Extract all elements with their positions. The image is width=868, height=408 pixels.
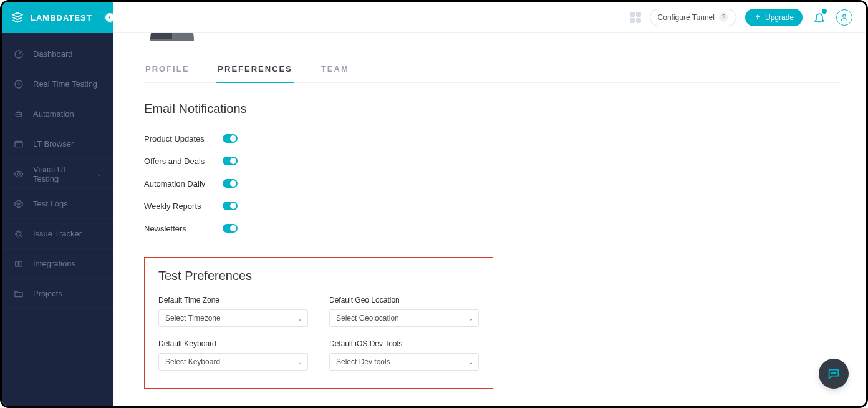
svg-point-6 <box>17 173 20 175</box>
email-notifications-title: Email Notifications <box>144 102 839 116</box>
sidebar-item-label: Projects <box>33 289 62 298</box>
sidebar-item-label: LT Browser <box>33 139 74 148</box>
notif-row-product-updates: Product Updates <box>144 127 839 150</box>
brand-name: LAMBDATEST <box>31 13 92 22</box>
sidebar-item-realtime[interactable]: Real Time Testing <box>2 69 113 99</box>
main-content: PROFILE PREFERENCES TEAM Email Notificat… <box>113 33 866 406</box>
svg-point-10 <box>843 14 846 17</box>
notif-label: Product Updates <box>144 134 223 143</box>
toggle-offers-deals[interactable] <box>223 157 238 165</box>
field-keyboard: Default Keyboard Select Keyboard ⌄ <box>158 339 308 371</box>
notif-label: Automation Daily <box>144 179 223 188</box>
chevron-down-icon: ⌄ <box>297 359 302 366</box>
timezone-label: Default Time Zone <box>158 296 308 304</box>
svg-rect-5 <box>15 141 22 147</box>
geo-value: Select Geolocation <box>336 314 399 323</box>
clock-icon <box>13 79 24 90</box>
svg-point-12 <box>833 372 834 374</box>
sidebar-item-projects[interactable]: Projects <box>2 279 113 309</box>
sidebar-item-label: Automation <box>33 109 74 119</box>
keyboard-select[interactable]: Select Keyboard ⌄ <box>158 353 308 371</box>
upgrade-icon <box>754 14 761 21</box>
geolocation-select[interactable]: Select Geolocation ⌄ <box>329 309 479 327</box>
toggle-product-updates[interactable] <box>223 134 238 143</box>
upgrade-button[interactable]: Upgrade <box>745 9 803 26</box>
notif-row-offers: Offers and Deals <box>144 150 839 172</box>
chevron-down-icon: ⌄ <box>297 315 302 322</box>
chat-button[interactable] <box>819 359 849 389</box>
geo-label: Default Geo Location <box>329 296 479 304</box>
dashboard-icon <box>13 49 24 60</box>
notif-row-automation-daily: Automation Daily <box>144 172 839 195</box>
sidebar-nav: Dashboard Real Time Testing Automation L… <box>2 33 113 309</box>
ios-devtools-select[interactable]: Select Dev tools ⌄ <box>329 353 479 371</box>
field-ios-devtools: Default iOS Dev Tools Select Dev tools ⌄ <box>329 339 479 371</box>
tab-team[interactable]: TEAM <box>320 58 350 82</box>
configure-tunnel-button[interactable]: Configure Tunnel ? <box>650 9 736 26</box>
avatar-partial <box>150 33 194 41</box>
tabs: PROFILE PREFERENCES TEAM <box>144 58 839 83</box>
sidebar-item-testlogs[interactable]: Test Logs <box>2 189 113 219</box>
svg-rect-8 <box>16 261 19 266</box>
chevron-down-icon: ⌄ <box>97 170 102 177</box>
box-icon <box>13 198 24 210</box>
robot-icon <box>13 109 24 120</box>
timezone-value: Select Timezone <box>165 314 221 323</box>
sidebar-item-issuetracker[interactable]: Issue Tracker <box>2 219 113 249</box>
help-icon: ? <box>719 12 728 22</box>
toggle-automation-daily[interactable] <box>223 179 238 188</box>
chevron-down-icon: ⌄ <box>468 359 473 366</box>
user-icon <box>840 13 849 22</box>
svg-point-3 <box>17 114 17 115</box>
notification-dot <box>822 9 827 14</box>
notif-row-weekly-reports: Weekly Reports <box>144 195 839 217</box>
app-frame: LAMBDATEST Dashboard Real Time Testing A… <box>0 0 868 408</box>
sidebar-item-label: Dashboard <box>33 49 73 59</box>
eye-icon <box>13 168 24 180</box>
tab-profile[interactable]: PROFILE <box>144 58 190 82</box>
svg-point-13 <box>835 372 836 374</box>
topbar: Configure Tunnel ? Upgrade <box>113 2 866 33</box>
notif-label: Offers and Deals <box>144 157 223 166</box>
ios-label: Default iOS Dev Tools <box>329 339 479 348</box>
sidebar-item-ltbrowser[interactable]: LT Browser <box>2 129 113 159</box>
notifications-button[interactable] <box>811 9 827 26</box>
toggle-weekly-reports[interactable] <box>223 202 238 210</box>
sidebar-item-dashboard[interactable]: Dashboard <box>2 39 113 69</box>
configure-tunnel-label: Configure Tunnel <box>658 13 715 22</box>
notif-row-newsletters: Newsletters <box>144 217 839 240</box>
field-timezone: Default Time Zone Select Timezone ⌄ <box>158 296 308 327</box>
field-geolocation: Default Geo Location Select Geolocation … <box>329 296 479 327</box>
chat-icon <box>827 367 841 381</box>
svg-rect-9 <box>19 261 22 266</box>
sidebar-item-label: Test Logs <box>33 199 68 208</box>
svg-point-4 <box>19 114 20 115</box>
sidebar-item-label: Integrations <box>33 259 75 268</box>
ios-value: Select Dev tools <box>336 357 390 366</box>
sidebar-item-label: Visual UI Testing <box>33 165 88 183</box>
bug-icon <box>13 228 24 240</box>
sidebar-header: LAMBDATEST <box>2 2 113 33</box>
keyboard-label: Default Keyboard <box>158 339 308 348</box>
folder-icon <box>13 288 24 299</box>
tab-preferences[interactable]: PREFERENCES <box>216 58 294 82</box>
logo-icon <box>11 11 24 24</box>
plug-icon <box>13 258 24 270</box>
sidebar: LAMBDATEST Dashboard Real Time Testing A… <box>2 2 113 406</box>
email-notifications-section: Email Notifications Product Updates Offe… <box>144 102 839 240</box>
sidebar-item-label: Real Time Testing <box>33 79 97 89</box>
profile-button[interactable] <box>836 9 852 26</box>
svg-point-7 <box>17 231 21 236</box>
sidebar-item-integrations[interactable]: Integrations <box>2 249 113 279</box>
browser-icon <box>13 138 24 150</box>
test-preferences-section: Test Preferences Default Time Zone Selec… <box>144 257 493 389</box>
timezone-select[interactable]: Select Timezone ⌄ <box>158 309 308 327</box>
apps-grid-icon[interactable] <box>630 12 641 23</box>
sidebar-item-label: Issue Tracker <box>33 229 82 238</box>
sidebar-item-visualui[interactable]: Visual UI Testing ⌄ <box>2 159 113 189</box>
notif-label: Newsletters <box>144 224 223 233</box>
toggle-newsletters[interactable] <box>223 224 238 233</box>
sidebar-item-automation[interactable]: Automation <box>2 99 113 129</box>
upgrade-label: Upgrade <box>765 13 794 22</box>
notif-label: Weekly Reports <box>144 202 223 211</box>
